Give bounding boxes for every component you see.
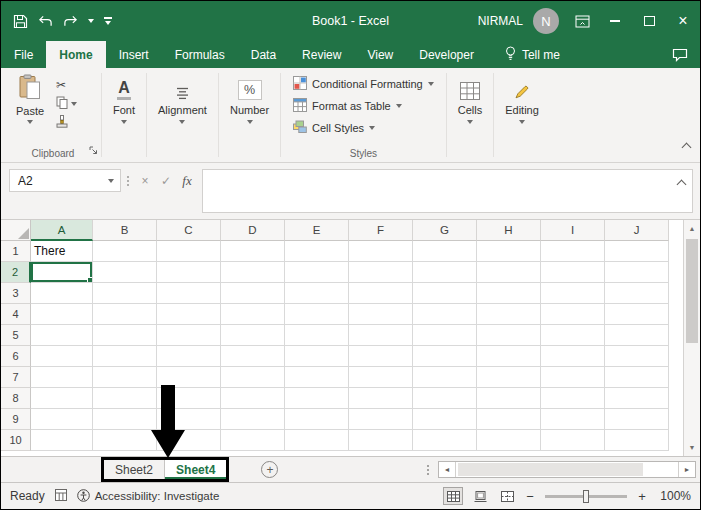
copy-button[interactable]	[56, 97, 77, 111]
column-header-h[interactable]: H	[477, 220, 541, 241]
cell-b8[interactable]	[93, 388, 157, 409]
row-header-9[interactable]: 9	[1, 409, 31, 430]
cell-d2[interactable]	[221, 262, 285, 283]
cell-j6[interactable]	[605, 346, 669, 367]
cell-d7[interactable]	[221, 367, 285, 388]
cell-g3[interactable]	[413, 283, 477, 304]
cell-h8[interactable]	[477, 388, 541, 409]
cell-i1[interactable]	[541, 241, 605, 262]
column-header-e[interactable]: E	[285, 220, 349, 241]
cut-button[interactable]: ✂	[56, 78, 77, 92]
cell-g2[interactable]	[413, 262, 477, 283]
cell-h6[interactable]	[477, 346, 541, 367]
save-icon[interactable]	[13, 14, 28, 29]
formula-input[interactable]	[202, 169, 693, 213]
cell-a4[interactable]	[31, 304, 93, 325]
cell-c2[interactable]	[157, 262, 221, 283]
sheet-tab-sheet2[interactable]: Sheet2	[104, 460, 165, 479]
sheet-tab-sheet4[interactable]: Sheet4	[165, 460, 226, 479]
comments-icon[interactable]	[672, 41, 700, 68]
zoom-slider-thumb[interactable]	[583, 490, 589, 503]
cell-d8[interactable]	[221, 388, 285, 409]
cell-j9[interactable]	[605, 409, 669, 430]
zoom-in-button[interactable]: +	[636, 489, 648, 504]
tell-me[interactable]: Tell me	[505, 41, 560, 68]
cell-j8[interactable]	[605, 388, 669, 409]
cell-b9[interactable]	[93, 409, 157, 430]
row-header-4[interactable]: 4	[1, 304, 31, 325]
cell-g1[interactable]	[413, 241, 477, 262]
undo-icon[interactable]	[38, 15, 53, 28]
ribbon-tab-developer[interactable]: Developer	[406, 41, 487, 68]
row-header-10[interactable]: 10	[1, 430, 31, 451]
cell-c1[interactable]	[157, 241, 221, 262]
page-layout-view-button[interactable]	[470, 487, 490, 505]
cell-h3[interactable]	[477, 283, 541, 304]
cell-f6[interactable]	[349, 346, 413, 367]
cell-g6[interactable]	[413, 346, 477, 367]
cell-h5[interactable]	[477, 325, 541, 346]
cell-g7[interactable]	[413, 367, 477, 388]
minimize-button[interactable]	[598, 1, 632, 41]
vertical-scroll-thumb[interactable]	[686, 239, 698, 343]
cell-d4[interactable]	[221, 304, 285, 325]
cell-f4[interactable]	[349, 304, 413, 325]
cell-a3[interactable]	[31, 283, 93, 304]
font-dropdown-button[interactable]: A Font	[102, 68, 146, 124]
cell-d9[interactable]	[221, 409, 285, 430]
enter-button[interactable]: ✓	[156, 174, 176, 188]
new-sheet-button[interactable]: +	[261, 461, 278, 478]
cell-f7[interactable]	[349, 367, 413, 388]
cell-d10[interactable]	[221, 430, 285, 451]
cell-e5[interactable]	[285, 325, 349, 346]
cell-g8[interactable]	[413, 388, 477, 409]
ribbon-tab-review[interactable]: Review	[289, 41, 354, 68]
cell-h9[interactable]	[477, 409, 541, 430]
cell-styles-button[interactable]: Cell Styles	[293, 120, 434, 136]
name-box[interactable]: A2	[9, 169, 121, 192]
cell-a6[interactable]	[31, 346, 93, 367]
redo-dropdown-caret-icon[interactable]	[88, 19, 94, 23]
row-header-1[interactable]: 1	[1, 241, 31, 262]
macro-record-button[interactable]	[55, 489, 67, 504]
cell-g9[interactable]	[413, 409, 477, 430]
maximize-button[interactable]	[632, 1, 666, 41]
cell-h10[interactable]	[477, 430, 541, 451]
column-header-f[interactable]: F	[349, 220, 413, 241]
scroll-up-icon[interactable]: ▲	[684, 220, 700, 237]
ribbon-tab-data[interactable]: Data	[238, 41, 289, 68]
row-header-2[interactable]: 2	[1, 262, 31, 283]
cell-i5[interactable]	[541, 325, 605, 346]
alignment-dropdown-button[interactable]: Alignment	[147, 68, 218, 124]
ribbon-tab-insert[interactable]: Insert	[106, 41, 162, 68]
cell-b10[interactable]	[93, 430, 157, 451]
cell-b1[interactable]	[93, 241, 157, 262]
accessibility-status[interactable]: Accessibility: Investigate	[77, 489, 220, 504]
cell-g5[interactable]	[413, 325, 477, 346]
cell-e6[interactable]	[285, 346, 349, 367]
column-header-a[interactable]: A	[31, 220, 93, 241]
cell-h2[interactable]	[477, 262, 541, 283]
close-button[interactable]: ×	[666, 1, 700, 41]
column-header-d[interactable]: D	[221, 220, 285, 241]
cell-d5[interactable]	[221, 325, 285, 346]
cell-a9[interactable]	[31, 409, 93, 430]
zoom-out-button[interactable]: −	[524, 489, 536, 504]
cell-g4[interactable]	[413, 304, 477, 325]
cell-c10[interactable]	[157, 430, 221, 451]
cell-i9[interactable]	[541, 409, 605, 430]
cell-c7[interactable]	[157, 367, 221, 388]
zoom-level[interactable]: 100%	[655, 489, 691, 503]
cell-i10[interactable]	[541, 430, 605, 451]
cancel-button[interactable]: ×	[135, 174, 155, 188]
editing-dropdown-button[interactable]: Editing	[494, 68, 550, 124]
select-all-corner[interactable]	[1, 220, 31, 241]
cell-c5[interactable]	[157, 325, 221, 346]
cell-j2[interactable]	[605, 262, 669, 283]
page-break-preview-button[interactable]	[497, 487, 517, 505]
horizontal-scroll-track[interactable]	[456, 462, 678, 477]
clipboard-dialog-launcher-icon[interactable]	[89, 141, 98, 159]
cell-a7[interactable]	[31, 367, 93, 388]
ribbon-display-options-icon[interactable]	[575, 15, 590, 28]
cell-i7[interactable]	[541, 367, 605, 388]
